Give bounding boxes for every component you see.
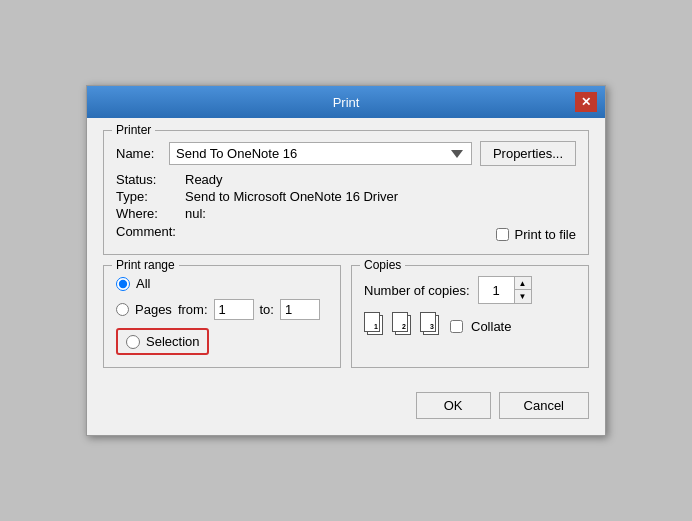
copy-group-3: 3 <box>420 312 442 340</box>
pages-radio-row: Pages from: to: <box>116 299 328 320</box>
collate-row: 1 2 <box>364 312 576 340</box>
page-front-3: 3 <box>420 312 436 332</box>
where-value: nul: <box>185 206 206 221</box>
copies-icon-display: 1 2 <box>364 312 442 340</box>
collate-checkbox[interactable] <box>450 320 463 333</box>
all-radio[interactable] <box>116 277 130 291</box>
copies-section-label: Copies <box>360 258 405 272</box>
copies-section: Copies Number of copies: ▲ ▼ <box>351 265 589 368</box>
page-front-2: 2 <box>392 312 408 332</box>
dialog-title: Print <box>117 95 575 110</box>
printer-name-select[interactable]: Send To OneNote 16 <box>169 142 472 165</box>
print-to-file-row: Print to file <box>496 227 576 242</box>
status-label: Status: <box>116 172 181 187</box>
all-radio-row: All <box>116 276 328 291</box>
copies-grid: Number of copies: ▲ ▼ <box>364 276 576 340</box>
printer-status-row: Status: Ready <box>116 172 576 187</box>
printer-name-row: Name: Send To OneNote 16 Properties... <box>116 141 576 166</box>
printer-name-label: Name: <box>116 146 161 161</box>
from-label: from: <box>178 302 208 317</box>
where-label: Where: <box>116 206 181 221</box>
spinner-buttons: ▲ ▼ <box>514 277 531 303</box>
print-to-file-checkbox[interactable] <box>496 228 509 241</box>
print-range-label: Print range <box>112 258 179 272</box>
copies-count-row: Number of copies: ▲ ▼ <box>364 276 576 304</box>
from-input[interactable] <box>214 299 254 320</box>
print-to-file-label: Print to file <box>515 227 576 242</box>
copy-group-2: 2 <box>392 312 414 340</box>
title-bar: Print ✕ <box>87 86 605 118</box>
bottom-sections: Print range All Pages from: to: <box>103 265 589 378</box>
printer-where-row: Where: nul: <box>116 206 576 221</box>
selection-radio-row: Selection <box>116 328 209 355</box>
dialog-footer: OK Cancel <box>103 388 589 423</box>
copies-input[interactable] <box>479 277 514 303</box>
copies-down-button[interactable]: ▼ <box>515 290 531 303</box>
ok-button[interactable]: OK <box>416 392 491 419</box>
page-num-3: 3 <box>430 323 434 330</box>
comment-label: Comment: <box>116 224 181 239</box>
close-button[interactable]: ✕ <box>575 92 597 112</box>
number-label: Number of copies: <box>364 283 470 298</box>
type-value: Send to Microsoft OneNote 16 Driver <box>185 189 398 204</box>
to-input[interactable] <box>280 299 320 320</box>
comment-label-row: Comment: <box>116 224 181 239</box>
printer-type-row: Type: Send to Microsoft OneNote 16 Drive… <box>116 189 576 204</box>
page-num-1: 1 <box>374 323 378 330</box>
copy-group-1: 1 <box>364 312 386 340</box>
all-label: All <box>136 276 150 291</box>
type-label: Type: <box>116 189 181 204</box>
page-num-2: 2 <box>402 323 406 330</box>
copies-up-button[interactable]: ▲ <box>515 277 531 290</box>
comment-row: Comment: Print to file <box>116 223 576 242</box>
to-label: to: <box>260 302 274 317</box>
selection-radio[interactable] <box>126 335 140 349</box>
page-front-1: 1 <box>364 312 380 332</box>
status-value: Ready <box>185 172 223 187</box>
cancel-button[interactable]: Cancel <box>499 392 589 419</box>
copies-spinner: ▲ ▼ <box>478 276 532 304</box>
selection-label: Selection <box>146 334 199 349</box>
print-dialog: Print ✕ Printer Name: Send To OneNote 16… <box>86 85 606 436</box>
printer-section-label: Printer <box>112 123 155 137</box>
printer-section: Printer Name: Send To OneNote 16 Propert… <box>103 130 589 255</box>
pages-label: Pages <box>135 302 172 317</box>
collate-label: Collate <box>471 319 511 334</box>
print-range-section: Print range All Pages from: to: <box>103 265 341 368</box>
pages-radio[interactable] <box>116 303 129 316</box>
properties-button[interactable]: Properties... <box>480 141 576 166</box>
dialog-body: Printer Name: Send To OneNote 16 Propert… <box>87 118 605 435</box>
